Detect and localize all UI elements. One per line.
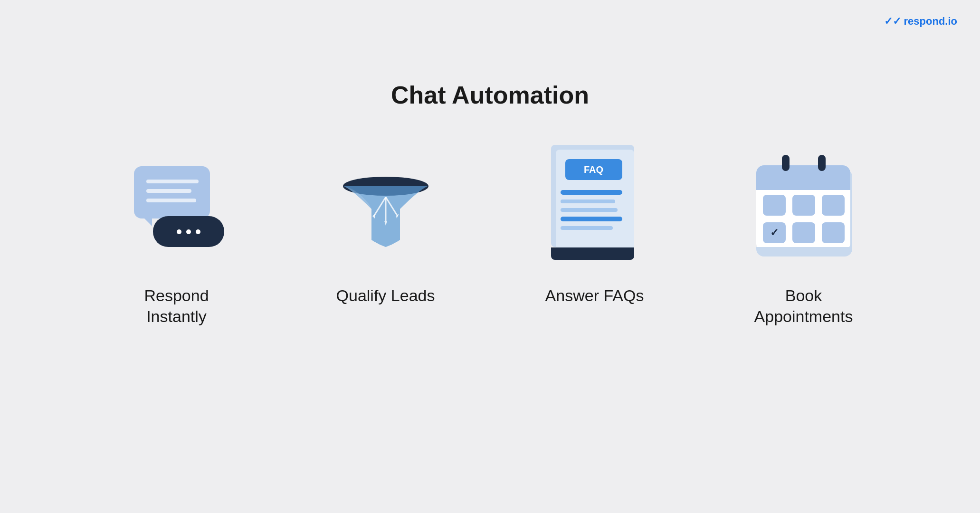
- cal-cell-checked: ✓: [763, 222, 786, 243]
- cal-pin-left: [782, 155, 790, 171]
- answer-faqs-label: Answer FAQs: [545, 285, 644, 306]
- card-answer-faqs: FAQ Answer FAQs: [519, 142, 671, 306]
- cal-header: [756, 165, 850, 190]
- bubble-line-3: [146, 199, 196, 202]
- logo-icon: ✓✓: [884, 15, 901, 28]
- faq-line-3: [561, 208, 618, 212]
- funnel-svg: [333, 152, 438, 256]
- cal-pin-right: [818, 155, 826, 171]
- cal-cell-1: [763, 195, 786, 216]
- bubble-line-1: [146, 180, 199, 183]
- qualify-leads-icon: [324, 142, 447, 266]
- bubble-line-2: [146, 189, 191, 193]
- cal-cell-3: [822, 195, 845, 216]
- card-respond-instantly: RespondInstantly: [101, 142, 253, 327]
- faq-line-4: [561, 217, 622, 221]
- card-qualify-leads: Qualify Leads: [310, 142, 462, 306]
- book-appointments-icon: ✓: [742, 142, 866, 266]
- typing-dot-2: [186, 229, 191, 234]
- cal-cell-2: [792, 195, 815, 216]
- cal-cell-5: [792, 222, 815, 243]
- cal-cell-6: [822, 222, 845, 243]
- respond-instantly-label: RespondInstantly: [144, 285, 209, 327]
- typing-dot-3: [196, 229, 200, 234]
- cal-grid: ✓: [763, 195, 845, 243]
- answer-faqs-icon: FAQ: [533, 142, 657, 266]
- cal-footer: [756, 247, 850, 256]
- logo-text-main: respond: [904, 15, 945, 27]
- chat-bubble-bottom: [153, 216, 224, 247]
- logo: ✓✓ respond.io: [884, 15, 957, 28]
- logo-text: respond.io: [904, 15, 957, 28]
- logo-text-accent: .io: [945, 15, 957, 27]
- faq-badge-text: FAQ: [584, 164, 603, 175]
- faq-line-2: [561, 200, 615, 203]
- chat-bubble-top: [134, 166, 210, 218]
- page-title: Chat Automation: [0, 81, 980, 109]
- faq-line-1: [561, 190, 622, 195]
- faq-lines: [561, 190, 622, 230]
- faq-line-5: [561, 226, 613, 230]
- typing-dot-1: [177, 229, 181, 234]
- cards-container: RespondInstantly: [0, 142, 980, 327]
- card-book-appointments: ✓ BookAppointments: [728, 142, 880, 327]
- faq-badge: FAQ: [565, 159, 622, 180]
- book-appointments-label: BookAppointments: [754, 285, 853, 327]
- cal-checkmark: ✓: [770, 227, 779, 239]
- respond-instantly-icon: [115, 142, 238, 266]
- faq-bottom-bar: [551, 247, 634, 260]
- qualify-leads-label: Qualify Leads: [336, 285, 435, 306]
